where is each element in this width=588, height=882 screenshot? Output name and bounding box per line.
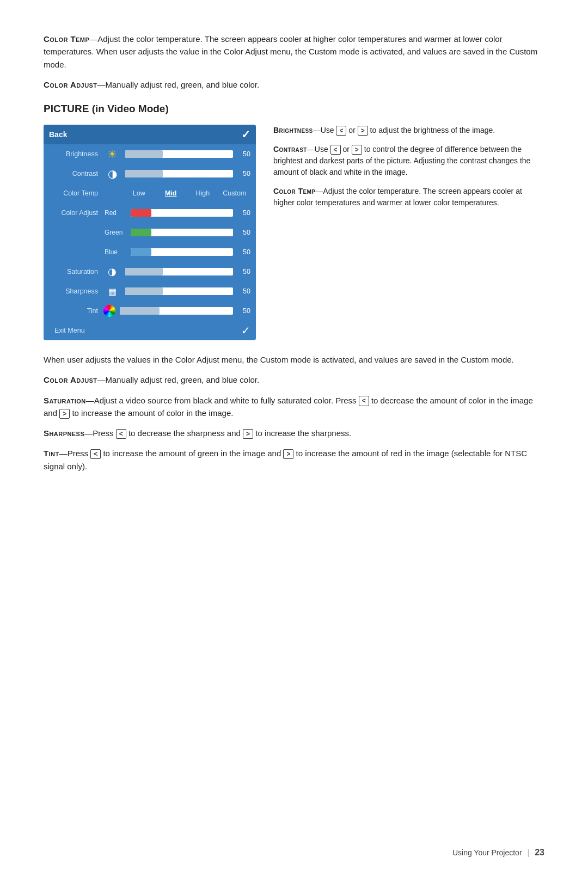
osd-saturation-bar [125, 268, 233, 275]
osd-tint-value: 50 [237, 307, 250, 315]
btn-contrast-right: > [352, 145, 362, 155]
osd-sharpness-bar-fill [125, 287, 163, 295]
osd-header-check: ✓ [241, 128, 250, 141]
below-para-1: When user adjusts the values in the Colo… [44, 353, 544, 366]
osd-contrast-label: Contrast [49, 170, 103, 177]
below-sharpness-term: Sharpness [44, 428, 84, 438]
osd-red-sublabel: Red [103, 209, 126, 217]
osd-contrast-row: Contrast ◑ 50 [44, 164, 256, 183]
footer-separator: | [528, 848, 530, 857]
osd-sharpness-value: 50 [237, 287, 250, 295]
osd-green-bar [131, 229, 233, 236]
osd-tint-label: Tint [49, 307, 103, 315]
osd-tint-bar-fill [120, 307, 160, 315]
osd-green-value: 50 [237, 229, 250, 236]
osd-back-label: Back [49, 130, 67, 139]
osd-panel: Back ✓ Brightness ☀ 50 Contrast ◑ 50 Col… [44, 125, 256, 340]
osd-coloradjust-green-row: Green 50 [44, 223, 256, 242]
osd-saturation-icon: ◑ [103, 266, 121, 278]
btn-brightness-right: > [358, 126, 368, 136]
below-para-4: Sharpness—Press < to decrease the sharpn… [44, 427, 544, 439]
below-saturation-term: Saturation [44, 396, 86, 405]
section-title: PICTURE (in Video Mode) [44, 103, 544, 115]
color-temp-term: Color Temp [44, 34, 89, 44]
osd-red-value: 50 [237, 209, 250, 217]
osd-temp-high: High [187, 189, 219, 197]
osd-red-bar [131, 209, 233, 217]
below-para-5: Tint—Press < to increase the amount of g… [44, 447, 544, 473]
desc-brightness: Brightness—Use < or > to adjust the brig… [273, 125, 544, 136]
osd-tint-bar [120, 307, 233, 315]
osd-sharpness-label: Sharpness [49, 287, 103, 295]
osd-brightness-value: 50 [237, 150, 250, 158]
osd-header-row: Back ✓ [44, 125, 256, 144]
osd-saturation-value: 50 [237, 268, 250, 275]
osd-temp-low: Low [123, 189, 155, 197]
osd-sharpness-row: Sharpness ▦ 50 [44, 281, 256, 301]
osd-sharpness-bar [125, 287, 233, 295]
desc-contrast: Contrast—Use < or > to control the degre… [273, 144, 544, 178]
osd-coloradjust-red-row: Color Adjust Red 50 [44, 203, 256, 223]
osd-red-bar-fill [131, 209, 151, 217]
below-coloradjust-term: Color Adjust [44, 375, 97, 384]
osd-coloradjust-blue-row: Blue 50 [44, 242, 256, 262]
picture-section: Back ✓ Brightness ☀ 50 Contrast ◑ 50 Col… [44, 125, 544, 340]
osd-saturation-bar-fill [125, 268, 163, 275]
btn-sharp-left: < [116, 429, 126, 439]
osd-colortemp-row: Color Temp Low Mid High Custom [44, 183, 256, 203]
below-para-2: Color Adjust—Manually adjust red, green,… [44, 373, 544, 386]
btn-sat-left: < [359, 396, 369, 406]
osd-saturation-label: Saturation [49, 268, 103, 275]
footer: Using Your Projector | 23 [452, 848, 544, 857]
desc-contrast-term: Contrast [273, 145, 307, 154]
btn-tint-left: < [90, 449, 101, 459]
intro-para-2: Color Adjust—Manually adjust red, green,… [44, 78, 544, 91]
osd-blue-sublabel: Blue [103, 248, 126, 256]
intro-para-1: Color Temp—Adjust the color temperature.… [44, 33, 544, 71]
btn-sharp-right: > [243, 429, 253, 439]
intro-section: Color Temp—Adjust the color temperature.… [44, 33, 544, 91]
osd-brightness-bar [125, 150, 233, 158]
osd-saturation-row: Saturation ◑ 50 [44, 262, 256, 281]
osd-blue-bar-fill [131, 248, 151, 256]
osd-colortemp-options: Low Mid High Custom [121, 189, 250, 197]
below-para-3: Saturation—Adjust a video source from bl… [44, 394, 544, 420]
desc-brightness-term: Brightness [273, 126, 313, 134]
osd-contrast-icon: ◑ [103, 167, 121, 180]
osd-contrast-bar [125, 170, 233, 177]
osd-exit-check: ✓ [241, 324, 250, 337]
color-adjust-term: Color Adjust [44, 80, 97, 89]
desc-colortemp: Color Temp—Adjust the color temperature.… [273, 186, 544, 209]
osd-tint-icon [103, 305, 115, 317]
osd-coloradjust-label: Color Adjust [49, 209, 103, 217]
btn-contrast-left: < [330, 145, 341, 155]
osd-tint-row: Tint 50 [44, 301, 256, 321]
footer-page-number: 23 [535, 848, 544, 857]
osd-blue-value: 50 [237, 248, 250, 256]
osd-brightness-bar-fill [125, 150, 163, 158]
desc-colortemp-term: Color Temp [273, 187, 315, 195]
osd-contrast-bar-fill [125, 170, 163, 177]
below-section: When user adjusts the values in the Colo… [44, 353, 544, 473]
osd-brightness-row: Brightness ☀ 50 [44, 144, 256, 164]
osd-temp-mid: Mid [155, 189, 187, 197]
osd-green-sublabel: Green [103, 229, 126, 236]
btn-brightness-left: < [336, 126, 346, 136]
footer-label: Using Your Projector [452, 848, 522, 857]
osd-exit-row: Exit Menu ✓ [44, 321, 256, 340]
osd-colortemp-label: Color Temp [49, 189, 103, 197]
osd-sharpness-icon: ▦ [103, 286, 121, 297]
osd-brightness-icon: ☀ [103, 148, 121, 161]
below-tint-term: Tint [44, 449, 59, 458]
btn-sat-right: > [59, 409, 70, 419]
osd-descriptions: Brightness—Use < or > to adjust the brig… [273, 125, 544, 209]
osd-exit-label: Exit Menu [49, 327, 90, 334]
osd-brightness-label: Brightness [49, 150, 103, 158]
osd-green-bar-fill [131, 229, 151, 236]
osd-blue-bar [131, 248, 233, 256]
osd-temp-custom: Custom [219, 189, 251, 197]
btn-tint-right: > [283, 449, 293, 459]
osd-contrast-value: 50 [237, 170, 250, 177]
